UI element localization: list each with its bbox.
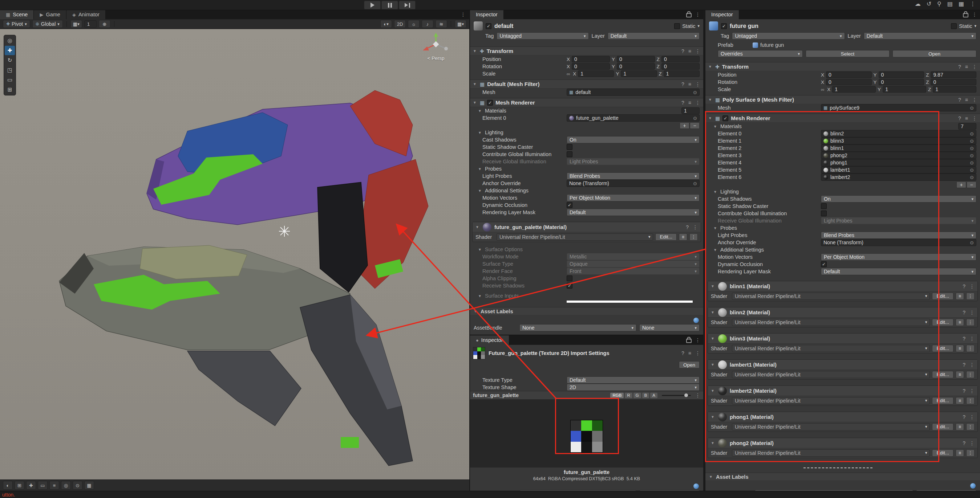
help-icon[interactable]: ? [958,116,961,121]
light-probes-dropdown[interactable]: Blend Probes▾ [566,173,700,180]
grid-visibility-icon[interactable]: ▦▾ [70,20,82,28]
asset-labels-header[interactable]: ▼Asset Labels [470,307,703,316]
pause-button[interactable] [382,1,398,10]
edit-shader-button[interactable]: Edit... [655,233,677,241]
viewport-control-icon[interactable]: ◐ [3,481,13,490]
shader-dropdown[interactable]: Universal Render Pipeline/Lit▾ [732,371,930,378]
preset-icon[interactable]: ≡ [965,116,968,121]
preset-icon[interactable]: ≡ [688,82,691,87]
alpha-clipping-checkbox[interactable] [566,276,573,281]
component-menu-icon[interactable]: ⋮ [695,82,700,87]
object-picker-icon[interactable]: ⊙ [693,181,697,186]
shader-options-icon[interactable]: ≡ [956,319,964,326]
help-icon[interactable]: ? [681,82,684,87]
motion-vectors-dropdown[interactable]: Per Object Motion▾ [566,194,700,201]
edit-shader-button[interactable]: Edit... [932,397,953,404]
shader-more-icon[interactable]: ⋮ [966,345,975,352]
tag-dropdown[interactable]: Untagged▾ [496,32,589,40]
toggle-2d-icon[interactable]: 2D [394,20,406,28]
mesh-object-field[interactable]: ▦ default ⊙ [566,89,700,96]
layer-dropdown[interactable]: Default▾ [864,32,976,40]
receive-shadows-checkbox[interactable]: ✓ [566,283,573,289]
material-menu-icon[interactable]: ⋮ [969,336,975,341]
object-picker-icon[interactable]: ⊙ [970,138,974,144]
position-z-field[interactable]: 9.87 [931,71,976,78]
shader-dropdown[interactable]: Universal Render Pipeline/Lit▾ [732,345,930,352]
contribute-gi-checkbox[interactable] [566,151,573,157]
prefab-open-button[interactable]: Open [892,50,976,57]
rotation-x-field[interactable]: 0 [572,63,610,70]
scale-z-field[interactable]: 1 [663,70,700,77]
materials-foldout[interactable]: ▼ Materials 1 [470,107,703,114]
shader-dropdown[interactable]: Universal Render Pipeline/Lit▾ [732,397,930,404]
gizmos-dropdown-icon[interactable]: ▦▾ [455,20,466,28]
element-material-field[interactable]: blinn2 ⊙ [821,130,976,137]
foldout-icon[interactable]: ▼ [473,49,477,53]
channel-button[interactable]: RGB [610,393,624,398]
scene-tool-button[interactable]: ↻ [5,56,15,65]
help-icon[interactable]: ? [963,284,966,289]
rotation-x-field[interactable]: 0 [826,79,872,85]
layers-icon[interactable]: ▤ [947,1,953,7]
help-icon[interactable]: ? [963,414,966,420]
cast-shadows-dropdown[interactable]: On▾ [821,195,976,203]
help-icon[interactable]: ? [963,389,966,393]
shader-options-icon[interactable]: ≡ [956,371,964,378]
material-card-header[interactable]: ▼ lambert2 (Material) ?⋮ [708,386,977,396]
cloud-services-icon[interactable]: ☁ [915,1,921,7]
undo-history-icon[interactable]: ↺ [927,1,931,7]
static-shadow-caster-checkbox[interactable] [821,203,827,209]
static-dropdown-icon[interactable]: ▾ [974,24,976,28]
panel-menu-icon[interactable]: ⋮ [972,12,977,17]
panel-menu-icon[interactable]: ⋮ [695,12,700,17]
help-icon[interactable]: ? [681,100,684,105]
constrain-proportions-icon[interactable]: ∞ [821,87,824,92]
material-card-header[interactable]: ▼ phong2 (Material) ?⋮ [708,438,977,448]
shader-more-icon[interactable]: ⋮ [966,371,975,378]
edit-shader-button[interactable]: Edit... [932,293,953,300]
remove-element-button[interactable]: − [967,181,976,188]
edit-shader-button[interactable]: Edit... [932,345,953,352]
assetbundle-dropdown[interactable]: None▾ [519,324,636,331]
preset-icon[interactable]: ≡ [688,100,691,105]
tab-scene[interactable]: ▦ Scene [0,10,34,19]
asset-menu-icon[interactable]: ⋮ [695,351,700,356]
shader-dropdown[interactable]: Universal Render Pipeline/Lit▾ [732,319,930,326]
handle-orientation-dropdown[interactable]: ⊕Global▾ [32,20,63,28]
channel-button[interactable]: B [642,393,649,398]
rotation-y-field[interactable]: 0 [879,79,924,85]
active-checkbox[interactable]: ✓ [721,23,727,29]
search-icon[interactable]: ⚲ [937,1,942,7]
scale-y-field[interactable]: 1 [621,70,657,77]
scene-tool-button[interactable]: ✚ [5,46,15,55]
static-shadow-caster-checkbox[interactable] [566,144,573,150]
material-card-header[interactable]: ▼ future_gun_palette (Material) ?⋮ [473,222,701,232]
dynamic-occlusion-checkbox[interactable]: ✓ [566,202,573,208]
shading-mode-icon[interactable]: ◐▾ [380,20,392,28]
viewport-control-icon[interactable]: ≡ [49,481,59,490]
position-x-field[interactable]: 0 [572,56,610,62]
cast-shadows-dropdown[interactable]: On▾ [566,136,700,143]
element-material-field[interactable]: phong1 ⊙ [821,159,976,166]
shader-options-icon[interactable]: ≡ [956,397,964,404]
anchor-override-field[interactable]: None (Transform)⊙ [566,180,700,187]
material-card-header[interactable]: ▼ blinn2 (Material) ?⋮ [708,308,977,317]
anchor-override-field[interactable]: None (Transform)⊙ [821,239,976,246]
lock-icon[interactable] [686,13,692,17]
edit-shader-button[interactable]: Edit... [932,423,953,430]
tab-game[interactable]: ▶ Game [34,10,67,19]
material-menu-icon[interactable]: ⋮ [969,362,975,367]
preset-icon[interactable]: ≡ [965,64,968,69]
tag-dropdown[interactable]: Untagged▾ [732,32,845,40]
scene-effects-icon[interactable]: ≋ [436,20,447,28]
element-material-field[interactable]: future_gun_palette ⊙ [566,114,700,122]
material-card-header[interactable]: ▼ blinn3 (Material) ?⋮ [708,333,977,344]
scale-z-field[interactable]: 1 [933,86,976,92]
shader-more-icon[interactable]: ⋮ [689,233,698,241]
static-checkbox[interactable] [674,23,680,29]
directional-light-gizmo[interactable] [279,226,290,237]
scene-audio-icon[interactable]: ♪ [422,20,433,28]
mesh-renderer-header[interactable]: ▼ ▦ ✓ Mesh Renderer ?≡⋮ [470,98,703,107]
overrides-dropdown[interactable]: Overrides▾ [718,50,803,57]
preset-icon[interactable]: ≡ [688,351,691,356]
